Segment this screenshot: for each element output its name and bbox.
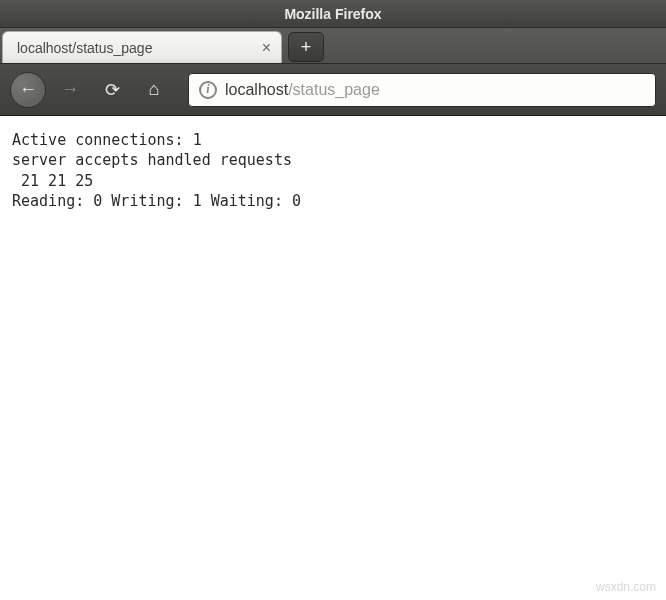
- plus-icon: +: [301, 37, 312, 58]
- tab-bar: localhost/status_page × +: [0, 28, 666, 64]
- info-icon[interactable]: i: [199, 81, 217, 99]
- reading-value: 0: [93, 192, 102, 210]
- arrow-left-icon: ←: [19, 79, 37, 100]
- nav-toolbar: ← → ⟳ ⌂ i localhost/status_page: [0, 64, 666, 116]
- url-text: localhost/status_page: [225, 81, 380, 99]
- waiting-label: Waiting:: [202, 192, 292, 210]
- home-button[interactable]: ⌂: [136, 72, 172, 108]
- home-icon: ⌂: [149, 79, 160, 100]
- tab-active[interactable]: localhost/status_page ×: [2, 31, 282, 63]
- writing-value: 1: [193, 192, 202, 210]
- writing-label: Writing:: [102, 192, 192, 210]
- reading-label: Reading:: [12, 192, 93, 210]
- window-title: Mozilla Firefox: [284, 6, 381, 22]
- url-host: localhost: [225, 81, 288, 98]
- server-stats-counts: 21 21 25: [12, 172, 93, 190]
- url-bar[interactable]: i localhost/status_page: [188, 73, 656, 107]
- page-content: Active connections: 1 server accepts han…: [0, 116, 666, 600]
- tab-label: localhost/status_page: [17, 40, 250, 56]
- url-path: /status_page: [288, 81, 380, 98]
- back-button[interactable]: ←: [10, 72, 46, 108]
- reload-icon: ⟳: [105, 79, 120, 101]
- server-stats-header: server accepts handled requests: [12, 151, 292, 169]
- window-titlebar: Mozilla Firefox: [0, 0, 666, 28]
- close-icon[interactable]: ×: [262, 40, 271, 56]
- reload-button[interactable]: ⟳: [94, 72, 130, 108]
- watermark: wsxdn.com: [596, 580, 656, 594]
- active-connections-value: 1: [193, 131, 202, 149]
- arrow-right-icon: →: [61, 79, 79, 100]
- waiting-value: 0: [292, 192, 301, 210]
- new-tab-button[interactable]: +: [288, 32, 324, 62]
- forward-button[interactable]: →: [52, 72, 88, 108]
- active-connections-label: Active connections:: [12, 131, 193, 149]
